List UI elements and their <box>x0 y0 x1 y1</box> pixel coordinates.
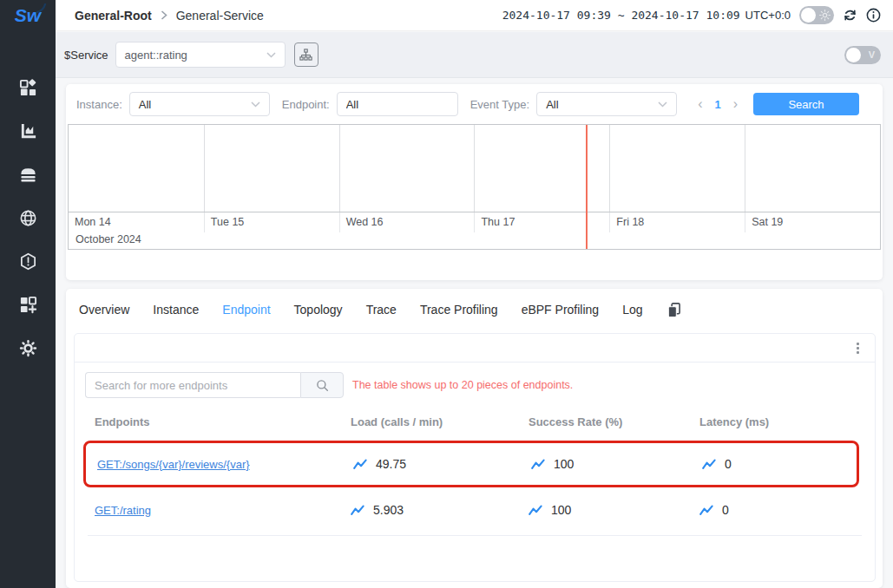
endpoint-limit-notice: The table shows up to 20 pieces of endpo… <box>352 379 573 391</box>
trend-icon[interactable] <box>353 459 367 470</box>
trend-icon[interactable] <box>531 459 545 470</box>
latency-value: 0 <box>722 503 729 517</box>
endpoint-search-input[interactable] <box>85 372 300 398</box>
tab-ebpf-profiling[interactable]: eBPF Profiling <box>522 303 599 317</box>
settings-icon <box>19 339 37 357</box>
chevron-down-icon <box>658 101 667 108</box>
day-label: Fri 18 <box>609 212 745 232</box>
tab-topology[interactable]: Topology <box>294 303 343 317</box>
endpoint-link[interactable]: GET:/songs/{var}/reviews/{var} <box>97 458 353 471</box>
load-value: 49.75 <box>376 457 406 471</box>
skywalking-logo[interactable]: Sw <box>15 5 41 31</box>
timeline-day-cell <box>745 125 880 212</box>
month-label: October 2024 <box>69 232 880 249</box>
info-button[interactable] <box>866 8 881 23</box>
timeline-chart[interactable]: Mon 14 Tue 15 Wed 16 Thu 17 Fri 18 Sat 1… <box>68 124 881 250</box>
toggle-knob <box>846 48 861 62</box>
refresh-button[interactable] <box>843 8 857 23</box>
timeline-plot <box>69 125 880 212</box>
time-range[interactable]: 2024-10-17 09:39 ~ 2024-10-17 10:09 <box>502 9 740 22</box>
tab-log[interactable]: Log <box>622 303 642 317</box>
instance-select[interactable]: All <box>129 92 270 116</box>
hierarchy-icon <box>299 48 313 62</box>
sidebar-item-settings[interactable] <box>0 326 56 369</box>
prev-page-button[interactable]: ‹ <box>698 97 702 111</box>
logo-swoosh-icon <box>36 3 49 14</box>
instance-select-value: All <box>139 98 151 111</box>
info-icon <box>866 8 881 23</box>
theme-toggle[interactable] <box>799 6 834 24</box>
timeline-day-cell <box>69 125 204 212</box>
tab-overview[interactable]: Overview <box>79 303 129 317</box>
sidebar-item-mesh[interactable] <box>0 196 56 239</box>
sun-icon <box>819 6 831 24</box>
endpoint-label: Endpoint: <box>282 98 330 111</box>
column-header: Load (calls / min) <box>351 415 529 428</box>
endpoint-link[interactable]: GET:/rating <box>95 504 351 517</box>
filter-bar: Instance: All Endpoint: Event Type: All … <box>66 84 883 124</box>
event-type-select-value: All <box>546 98 558 111</box>
more-menu-button[interactable] <box>857 343 859 354</box>
day-label: Mon 14 <box>69 212 204 232</box>
latency-value: 0 <box>725 457 732 471</box>
table-row: GET:/rating 5.903 100 0 <box>75 487 875 532</box>
version-toggle[interactable]: V <box>844 46 881 64</box>
tab-trace[interactable]: Trace <box>366 303 397 317</box>
service-select-value: agent::rating <box>125 49 187 62</box>
event-type-select[interactable]: All <box>536 92 677 116</box>
sidebar-item-alerting[interactable] <box>0 239 56 283</box>
copy-icon <box>666 302 681 317</box>
day-label: Sat 19 <box>745 212 880 232</box>
trend-icon[interactable] <box>529 505 542 516</box>
service-label: $Service <box>64 49 108 62</box>
trend-icon[interactable] <box>699 505 713 516</box>
current-page: 1 <box>714 98 720 111</box>
sidebar-item-database[interactable] <box>0 153 56 196</box>
toggle-knob <box>801 8 816 23</box>
table-row: GET:/songs/{var}/reviews/{var} 49.75 100… <box>86 457 857 471</box>
sidebar: Sw <box>0 0 56 588</box>
pagination: ‹ 1 › <box>698 97 738 111</box>
tab-trace-profiling[interactable]: Trace Profiling <box>420 303 498 317</box>
sidebar-item-apps[interactable] <box>0 66 56 109</box>
panel-header <box>75 334 875 363</box>
sidebar-nav <box>0 66 56 369</box>
trend-icon[interactable] <box>351 505 364 516</box>
service-select[interactable]: agent::rating <box>115 42 286 68</box>
copy-dashboard-button[interactable] <box>666 302 681 317</box>
endpoint-search-button[interactable] <box>300 372 344 398</box>
day-label: Wed 16 <box>339 212 475 232</box>
tab-bar: Overview Instance Endpoint Topology Trac… <box>66 289 883 326</box>
tab-endpoint[interactable]: Endpoint <box>222 303 270 317</box>
globe-icon <box>19 209 37 227</box>
column-header: Latency (ms) <box>699 415 875 428</box>
chart-icon <box>19 122 37 140</box>
service-detail-card: Overview Instance Endpoint Topology Trac… <box>66 289 883 588</box>
instance-label: Instance: <box>76 98 122 111</box>
tab-instance[interactable]: Instance <box>153 303 199 317</box>
breadcrumb-root[interactable]: General-Root <box>75 9 152 23</box>
breadcrumb: General-Root General-Service <box>75 9 264 23</box>
trend-icon[interactable] <box>702 459 716 470</box>
chevron-right-icon <box>161 10 167 20</box>
chevron-down-icon <box>266 52 276 58</box>
sidebar-item-services[interactable] <box>0 109 56 153</box>
current-time-marker <box>586 125 588 249</box>
timeline-day-labels: Mon 14 Tue 15 Wed 16 Thu 17 Fri 18 Sat 1… <box>69 212 880 232</box>
search-button[interactable]: Search <box>753 93 859 115</box>
next-page-button[interactable]: › <box>733 97 738 111</box>
service-hierarchy-button[interactable] <box>294 42 318 67</box>
service-bar: $Service agent::rating V <box>56 32 893 78</box>
chevron-down-icon <box>251 101 260 108</box>
column-header: Success Rate (%) <box>529 415 699 428</box>
event-type-label: Event Type: <box>470 98 529 111</box>
endpoint-filter-input[interactable] <box>337 92 458 116</box>
sidebar-item-dashboards[interactable] <box>0 283 56 326</box>
timeline-day-cell <box>609 125 745 212</box>
version-toggle-label: V <box>869 46 875 64</box>
database-icon <box>19 166 37 184</box>
table-header-row: Endpoints Load (calls / min) Success Rat… <box>75 407 875 437</box>
load-value: 5.903 <box>373 503 404 517</box>
column-header: Endpoints <box>95 415 351 428</box>
endpoint-search-row: The table shows up to 20 pieces of endpo… <box>75 363 875 407</box>
